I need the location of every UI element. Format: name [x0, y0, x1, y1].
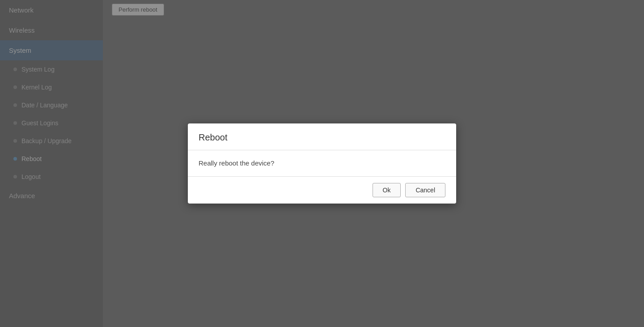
modal-dialog: Reboot Really reboot the device? Ok Canc…: [188, 123, 456, 204]
modal-title: Reboot: [199, 132, 228, 142]
modal-header: Reboot: [188, 123, 456, 150]
cancel-button[interactable]: Cancel: [405, 183, 445, 197]
modal-message: Really reboot the device?: [199, 159, 274, 167]
modal-footer: Ok Cancel: [188, 177, 456, 204]
modal-body: Really reboot the device?: [188, 150, 456, 177]
modal-overlay: Reboot Really reboot the device? Ok Canc…: [0, 0, 644, 327]
ok-button[interactable]: Ok: [373, 183, 401, 197]
